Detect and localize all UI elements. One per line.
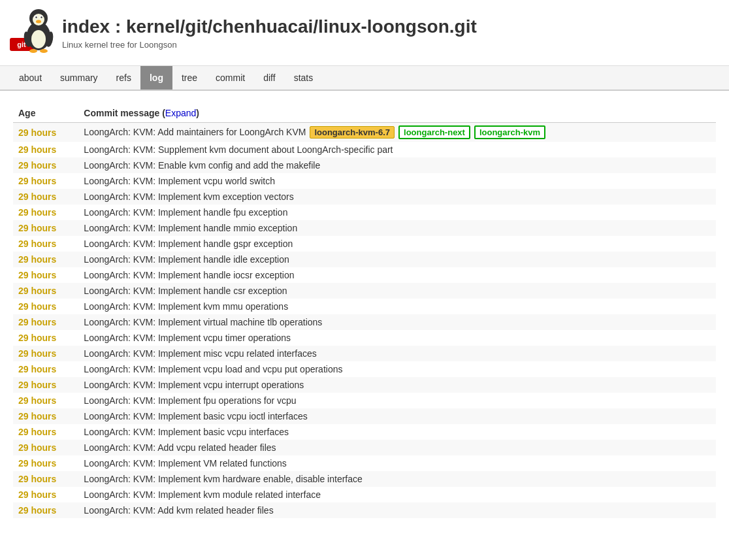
- age-cell: 29 hours: [13, 236, 78, 252]
- table-row: 29 hoursLoongArch: KVM: Implement handle…: [13, 220, 716, 236]
- commit-link[interactable]: LoongArch: KVM: Add kvm related header f…: [84, 505, 273, 516]
- svg-point-11: [29, 49, 37, 53]
- commit-msg-cell: LoongArch: KVM: Implement kvm hardware e…: [78, 471, 716, 487]
- table-row: 29 hoursLoongArch: KVM: Implement fpu op…: [13, 393, 716, 408]
- commit-link[interactable]: LoongArch: KVM: Implement VM related fun…: [84, 458, 286, 469]
- commit-link[interactable]: LoongArch: KVM: Implement handle idle ex…: [84, 254, 289, 265]
- age-cell: 29 hours: [13, 283, 78, 299]
- table-row: 29 hoursLoongArch: KVM: Implement handle…: [13, 283, 716, 299]
- expand-link[interactable]: Expand: [165, 108, 196, 118]
- tag-loongarch-next[interactable]: loongarch-next: [398, 125, 470, 139]
- age-cell: 29 hours: [13, 424, 78, 440]
- table-row: 29 hoursLoongArch: KVM: Add kvm related …: [13, 502, 716, 518]
- age-cell: 29 hours: [13, 408, 78, 424]
- commit-link[interactable]: LoongArch: KVM: Add maintainers for Loon…: [84, 127, 306, 137]
- svg-point-12: [40, 49, 48, 53]
- commit-link[interactable]: LoongArch: KVM: Implement handle iocsr e…: [84, 270, 294, 280]
- page-header: git index : kernel/git/chenhuacai/linu: [0, 0, 729, 66]
- nav-item-stats[interactable]: stats: [285, 66, 323, 90]
- age-cell: 29 hours: [13, 471, 78, 487]
- age-cell: 29 hours: [13, 393, 78, 408]
- age-cell: 29 hours: [13, 267, 78, 283]
- log-table-header: Age Commit message (Expand): [13, 104, 716, 123]
- commit-link[interactable]: LoongArch: KVM: Implement vcpu load and …: [84, 364, 342, 374]
- table-row: 29 hoursLoongArch: KVM: Implement vcpu w…: [13, 173, 716, 189]
- table-row: 29 hoursLoongArch: KVM: Implement handle…: [13, 205, 716, 220]
- commit-msg-cell: LoongArch: KVM: Enable kvm config and ad…: [78, 157, 716, 173]
- commit-msg-cell: LoongArch: KVM: Implement virtual machin…: [78, 314, 716, 330]
- commit-link[interactable]: LoongArch: KVM: Implement misc vcpu rela…: [84, 348, 316, 359]
- commit-link[interactable]: LoongArch: KVM: Implement kvm module rel…: [84, 489, 321, 500]
- age-cell: 29 hours: [13, 314, 78, 330]
- col-age: Age: [13, 104, 78, 123]
- commit-link[interactable]: LoongArch: KVM: Implement vcpu world swi…: [84, 176, 275, 186]
- commit-msg-cell: LoongArch: KVM: Implement basic vcpu int…: [78, 424, 716, 440]
- commit-msg-cell: LoongArch: KVM: Implement kvm module rel…: [78, 487, 716, 502]
- col-commit: Commit message (Expand): [78, 104, 716, 123]
- age-cell: 29 hours: [13, 205, 78, 220]
- commit-link[interactable]: LoongArch: KVM: Implement vcpu timer ope…: [84, 333, 291, 343]
- nav-item-about[interactable]: about: [10, 66, 51, 90]
- commit-link[interactable]: LoongArch: KVM: Implement vcpu interrupt…: [84, 380, 304, 390]
- commit-msg-cell: LoongArch: KVM: Implement vcpu interrupt…: [78, 377, 716, 393]
- table-row: 29 hoursLoongArch: KVM: Supplement kvm d…: [13, 142, 716, 157]
- svg-point-8: [35, 16, 37, 18]
- age-cell: 29 hours: [13, 502, 78, 518]
- tag-loongarch-kvm[interactable]: loongarch-kvm: [474, 125, 545, 139]
- commit-link[interactable]: LoongArch: KVM: Implement handle gspr ex…: [84, 239, 293, 249]
- svg-point-3: [31, 30, 46, 48]
- table-row: 29 hoursLoongArch: KVM: Implement handle…: [13, 236, 716, 252]
- age-cell: 29 hours: [13, 252, 78, 267]
- svg-point-9: [40, 16, 42, 18]
- table-row: 29 hoursLoongArch: KVM: Implement handle…: [13, 267, 716, 283]
- commit-msg-cell: LoongArch: KVM: Implement handle gspr ex…: [78, 236, 716, 252]
- commit-link[interactable]: LoongArch: KVM: Add vcpu related header …: [84, 442, 276, 453]
- nav-item-log[interactable]: log: [140, 66, 172, 90]
- commit-msg-cell: LoongArch: KVM: Implement VM related fun…: [78, 455, 716, 471]
- nav-item-commit[interactable]: commit: [206, 66, 254, 90]
- commit-msg-cell: LoongArch: KVM: Implement handle mmio ex…: [78, 220, 716, 236]
- commit-link[interactable]: LoongArch: KVM: Implement basic vcpu int…: [84, 427, 289, 437]
- commit-msg-cell: LoongArch: KVM: Implement basic vcpu ioc…: [78, 408, 716, 424]
- commit-msg-cell: LoongArch: KVM: Add maintainers for Loon…: [78, 123, 716, 142]
- table-row: 29 hoursLoongArch: KVM: Add vcpu related…: [13, 440, 716, 455]
- commit-link[interactable]: LoongArch: KVM: Enable kvm config and ad…: [84, 160, 320, 171]
- header-text: index : kernel/git/chenhuacai/linux-loon…: [62, 16, 477, 50]
- commit-msg-cell: LoongArch: KVM: Implement vcpu load and …: [78, 361, 716, 377]
- table-row: 29 hoursLoongArch: KVM: Implement basic …: [13, 408, 716, 424]
- commit-link[interactable]: LoongArch: KVM: Implement kvm hardware e…: [84, 474, 362, 484]
- commit-msg-cell: LoongArch: KVM: Implement handle iocsr e…: [78, 267, 716, 283]
- table-row: 29 hoursLoongArch: KVM: Implement virtua…: [13, 314, 716, 330]
- commit-link[interactable]: LoongArch: KVM: Implement virtual machin…: [84, 317, 322, 327]
- nav-item-refs[interactable]: refs: [107, 66, 140, 90]
- table-row: 29 hoursLoongArch: KVM: Implement vcpu t…: [13, 330, 716, 346]
- commit-msg-cell: LoongArch: KVM: Implement handle csr exc…: [78, 283, 716, 299]
- nav-item-summary[interactable]: summary: [51, 66, 107, 90]
- commit-link[interactable]: LoongArch: KVM: Implement kvm exception …: [84, 191, 293, 202]
- commit-link[interactable]: LoongArch: KVM: Implement fpu operations…: [84, 395, 296, 406]
- nav-item-diff[interactable]: diff: [254, 66, 284, 90]
- commit-link[interactable]: LoongArch: KVM: Supplement kvm document …: [84, 144, 393, 155]
- table-row: 29 hoursLoongArch: KVM: Implement kvm mm…: [13, 299, 716, 314]
- commit-link[interactable]: LoongArch: KVM: Implement handle fpu exc…: [84, 207, 287, 218]
- svg-point-5: [33, 14, 44, 25]
- commit-msg-cell: LoongArch: KVM: Implement vcpu timer ope…: [78, 330, 716, 346]
- nav-item-tree[interactable]: tree: [172, 66, 206, 90]
- page-subtitle: Linux kernel tree for Loongson: [62, 40, 477, 50]
- commit-msg-cell: LoongArch: KVM: Implement handle idle ex…: [78, 252, 716, 267]
- commit-link[interactable]: LoongArch: KVM: Implement basic vcpu ioc…: [84, 411, 307, 421]
- table-row: 29 hoursLoongArch: KVM: Implement kvm ex…: [13, 189, 716, 205]
- table-row: 29 hoursLoongArch: KVM: Implement handle…: [13, 252, 716, 267]
- tag-loongarch-kvm-6.7[interactable]: loongarch-kvm-6.7: [310, 126, 395, 139]
- svg-point-10: [36, 20, 41, 24]
- table-row: 29 hoursLoongArch: KVM: Enable kvm confi…: [13, 157, 716, 173]
- table-row: 29 hoursLoongArch: KVM: Add maintainers …: [13, 123, 716, 142]
- commit-msg-cell: LoongArch: KVM: Implement kvm mmu operat…: [78, 299, 716, 314]
- commit-msg-cell: LoongArch: KVM: Add vcpu related header …: [78, 440, 716, 455]
- age-cell: 29 hours: [13, 142, 78, 157]
- commit-link[interactable]: LoongArch: KVM: Implement handle csr exc…: [84, 286, 287, 296]
- commit-msg-cell: LoongArch: KVM: Implement fpu operations…: [78, 393, 716, 408]
- commit-link[interactable]: LoongArch: KVM: Implement kvm mmu operat…: [84, 301, 288, 312]
- table-row: 29 hoursLoongArch: KVM: Implement misc v…: [13, 346, 716, 361]
- commit-link[interactable]: LoongArch: KVM: Implement handle mmio ex…: [84, 223, 297, 233]
